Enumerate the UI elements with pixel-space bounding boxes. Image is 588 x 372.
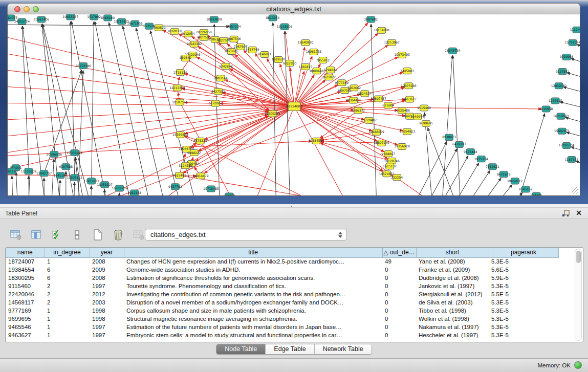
network-canvas[interactable]: 1872400779638229160128991295428226058932… xyxy=(7,14,580,196)
cell-name[interactable]: 9465546 xyxy=(6,323,45,331)
table-options-icon[interactable] xyxy=(9,228,23,242)
citation-network-graph[interactable]: 1872400779638229160128991295428226058932… xyxy=(8,14,580,195)
table-body[interactable]: 1872400712008Changes of HCN gene express… xyxy=(6,257,558,339)
cell-in_degree[interactable]: 2 xyxy=(45,290,90,298)
cell-pagerank[interactable]: 5.3E-5 xyxy=(489,282,558,290)
table-row[interactable]: 1938455462009Genome-wide association stu… xyxy=(6,266,558,274)
column-header-in_degree[interactable]: in_degree xyxy=(45,248,90,257)
table-row[interactable]: 946362711997Embryonic stem cells: a mode… xyxy=(6,331,558,339)
cell-year[interactable]: 1997 xyxy=(90,323,124,331)
table-row[interactable]: 911546021997Tourette syndrome. Phenomeno… xyxy=(6,282,558,290)
table-row[interactable]: 2242004622012Investigating the contribut… xyxy=(6,290,558,298)
cell-out_de[interactable]: 0 xyxy=(382,266,416,274)
cell-title[interactable]: Genome-wide association studies in ADHD. xyxy=(124,266,382,274)
row-height-icon[interactable] xyxy=(71,228,84,242)
cell-title[interactable]: Corpus callosum shape and size in male p… xyxy=(124,307,382,315)
table-row[interactable]: 1830029562008Estimation of significance … xyxy=(6,274,558,282)
cell-title[interactable]: Structural magnetic resonance image aver… xyxy=(124,315,382,323)
column-header-name[interactable]: name xyxy=(6,248,45,257)
cell-year[interactable]: 2008 xyxy=(90,274,124,282)
cell-short[interactable]: Nakamura et al. (1997) xyxy=(416,323,489,331)
cell-year[interactable]: 2012 xyxy=(90,290,124,298)
node-table-grid[interactable]: namein_degreeyeartitle△ out_de…shortpage… xyxy=(6,248,559,339)
cell-short[interactable]: Tibbo et al. (1998) xyxy=(416,307,489,315)
cell-pagerank[interactable]: 5.3E-5 xyxy=(489,331,558,339)
select-rows-icon[interactable] xyxy=(50,228,63,242)
cell-short[interactable]: Yano et al. (2008) xyxy=(416,257,489,266)
cell-pagerank[interactable]: 5.3E-5 xyxy=(489,323,558,331)
cell-short[interactable]: Hescheler et al. (1997) xyxy=(416,331,489,339)
column-header-year[interactable]: year xyxy=(90,248,124,257)
cell-year[interactable]: 2003 xyxy=(90,298,124,307)
cell-year[interactable]: 1998 xyxy=(90,307,124,315)
cell-out_de[interactable]: 0 xyxy=(382,290,416,298)
cell-name[interactable]: 19384554 xyxy=(6,266,45,274)
cell-year[interactable]: 1997 xyxy=(90,282,124,290)
cell-pagerank[interactable]: 5.5E-5 xyxy=(489,290,558,298)
cell-in_degree[interactable]: 6 xyxy=(45,274,90,282)
cell-pagerank[interactable]: 5.3E-5 xyxy=(489,307,558,315)
cell-title[interactable]: Estimation of significance thresholds fo… xyxy=(124,274,382,282)
table-row[interactable]: 946554611997Estimation of the future num… xyxy=(6,323,558,331)
cell-short[interactable]: de Silva et al. (2003) xyxy=(416,298,489,307)
cell-pagerank[interactable]: 5.3E-5 xyxy=(489,257,558,266)
close-panel-icon[interactable]: ✕ xyxy=(576,209,582,217)
cell-in_degree[interactable]: 1 xyxy=(45,257,90,266)
memory-status-indicator[interactable] xyxy=(574,361,582,369)
canvas-resize-handle[interactable] xyxy=(572,187,578,194)
float-panel-icon[interactable] xyxy=(562,210,570,217)
table-row[interactable]: 969969511998Structural magnetic resonanc… xyxy=(6,315,558,323)
cell-out_de[interactable]: 0 xyxy=(382,282,416,290)
column-header-out_de[interactable]: △ out_de… xyxy=(382,248,416,257)
cell-name[interactable]: 9777169 xyxy=(6,307,45,315)
column-header-short[interactable]: short xyxy=(416,248,489,257)
cell-out_de[interactable]: 0 xyxy=(382,323,416,331)
cell-out_de[interactable]: 0 xyxy=(382,331,416,339)
table-row[interactable]: 977716911998Corpus callosum shape and si… xyxy=(6,307,558,315)
cell-title[interactable]: Disruption of a novel member of a sodium… xyxy=(124,298,382,307)
cell-in_degree[interactable]: 1 xyxy=(45,323,90,331)
cell-short[interactable]: Dudbridge et al. (2008) xyxy=(416,274,489,282)
cell-title[interactable]: Changes of HCN gene expression and I(f) … xyxy=(124,257,382,266)
cell-title[interactable]: Tourette syndrome. Phenomenology and cla… xyxy=(124,282,382,290)
cell-short[interactable]: Wolkin et al. (1998) xyxy=(416,315,489,323)
network-window-titlebar[interactable]: citations_edges.txt xyxy=(7,3,580,14)
cell-out_de[interactable]: 0 xyxy=(382,307,416,315)
table-row[interactable]: 1872400712008Changes of HCN gene express… xyxy=(6,257,558,266)
cell-out_de[interactable]: 49 xyxy=(382,257,416,266)
delete-table-icon[interactable] xyxy=(112,228,125,242)
cell-pagerank[interactable]: 5.3E-5 xyxy=(489,315,558,323)
tab-network-table[interactable]: Network Table xyxy=(314,344,372,354)
table-row[interactable]: 1456911722003Disruption of a novel membe… xyxy=(6,298,558,307)
cell-title[interactable]: Embryonic stem cells: a model to study s… xyxy=(124,331,382,339)
panel-splitter[interactable]: ▴ xyxy=(0,204,588,208)
tab-node-table[interactable]: Node Table xyxy=(216,344,265,354)
cell-out_de[interactable]: 0 xyxy=(382,298,416,307)
cell-in_degree[interactable]: 2 xyxy=(45,298,90,307)
cell-in_degree[interactable]: 1 xyxy=(45,307,90,315)
cell-year[interactable]: 2009 xyxy=(90,266,124,274)
cell-year[interactable]: 1997 xyxy=(90,331,124,339)
cell-title[interactable]: Investigating the contribution of common… xyxy=(124,290,382,298)
new-table-icon[interactable] xyxy=(91,228,104,242)
cell-name[interactable]: 9115460 xyxy=(6,282,45,290)
cell-short[interactable]: Stergiakouli et al. (2012) xyxy=(416,290,489,298)
cell-in_degree[interactable]: 6 xyxy=(45,266,90,274)
vertical-scrollbar[interactable] xyxy=(575,249,582,341)
scrollbar-thumb[interactable] xyxy=(576,251,581,263)
cell-name[interactable]: 9699695 xyxy=(6,315,45,323)
cell-year[interactable]: 1998 xyxy=(90,315,124,323)
table-selector-dropdown[interactable]: citations_edges.txt xyxy=(145,229,347,240)
tab-edge-table[interactable]: Edge Table xyxy=(265,344,314,354)
cell-short[interactable]: Jankovic et al. (1997) xyxy=(416,282,489,290)
cell-title[interactable]: Estimation of the future numbers of pati… xyxy=(124,323,382,331)
cell-short[interactable]: Franke et al. (2009) xyxy=(416,266,489,274)
cell-pagerank[interactable]: 5.6E-5 xyxy=(489,266,558,274)
cell-name[interactable]: 14569117 xyxy=(6,298,45,307)
column-header-title[interactable]: title xyxy=(124,248,382,257)
cell-pagerank[interactable]: 5.9E-5 xyxy=(489,274,558,282)
cell-year[interactable]: 2008 xyxy=(90,257,124,266)
cell-pagerank[interactable]: 5.3E-5 xyxy=(489,298,558,307)
show-columns-icon[interactable] xyxy=(30,228,43,242)
cell-name[interactable]: 18724007 xyxy=(6,257,45,266)
